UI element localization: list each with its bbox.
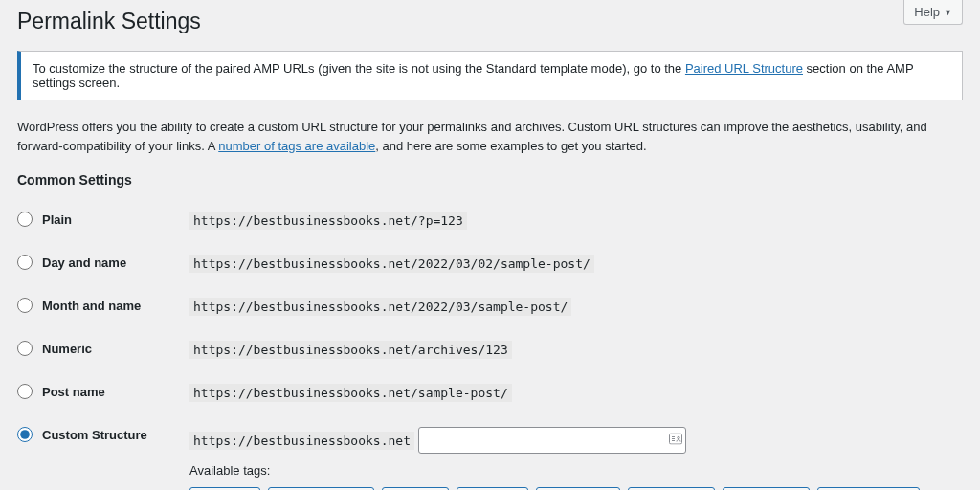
code-numeric: https://bestbusinessbooks.net/archives/1… (189, 341, 512, 359)
option-row-custom: Custom Structure https://bestbusinessboo… (17, 414, 963, 490)
label-postname: Post name (42, 385, 105, 399)
page-wrap: Help ▼ Permalink Settings To customize t… (0, 0, 980, 490)
common-settings-heading: Common Settings (17, 172, 963, 188)
intro-link[interactable]: number of tags are available (218, 139, 375, 153)
custom-prefix: https://bestbusinessbooks.net (189, 432, 414, 450)
label-day: Day and name (42, 256, 126, 270)
radio-month[interactable] (17, 298, 33, 313)
radio-custom[interactable] (17, 427, 33, 442)
radio-plain[interactable] (17, 212, 33, 227)
code-day: https://bestbusinessbooks.net/2022/03/02… (189, 255, 594, 273)
option-row-postname: Post name https://bestbusinessbooks.net/… (17, 371, 963, 414)
code-postname: https://bestbusinessbooks.net/sample-pos… (189, 384, 512, 402)
option-row-plain: Plain https://bestbusinessbooks.net/?p=1… (17, 199, 963, 242)
radio-day[interactable] (17, 255, 33, 270)
notice-link[interactable]: Paired URL Structure (685, 61, 803, 76)
available-tags-label: Available tags: (189, 463, 963, 478)
label-numeric: Numeric (42, 342, 92, 356)
intro-post: , and here are some examples to get you … (375, 139, 646, 153)
label-plain: Plain (42, 212, 72, 227)
help-label: Help (914, 5, 940, 19)
page-title: Permalink Settings (17, 0, 963, 46)
option-row-day: Day and name https://bestbusinessbooks.n… (17, 242, 963, 285)
amp-notice: To customize the structure of the paired… (17, 51, 963, 100)
label-month: Month and name (42, 299, 141, 313)
help-tab[interactable]: Help ▼ (903, 0, 963, 25)
radio-postname[interactable] (17, 384, 33, 399)
settings-table: Plain https://bestbusinessbooks.net/?p=1… (17, 199, 963, 490)
option-row-month: Month and name https://bestbusinessbooks… (17, 285, 963, 328)
intro-text: WordPress offers you the ability to crea… (17, 118, 963, 155)
option-row-numeric: Numeric https://bestbusinessbooks.net/ar… (17, 328, 963, 371)
code-month: https://bestbusinessbooks.net/2022/03/sa… (189, 298, 571, 316)
custom-structure-input[interactable] (418, 427, 686, 454)
code-plain: https://bestbusinessbooks.net/?p=123 (189, 212, 467, 230)
chevron-down-icon: ▼ (944, 8, 952, 17)
label-custom: Custom Structure (42, 428, 147, 442)
notice-text-pre: To customize the structure of the paired… (33, 61, 685, 76)
radio-numeric[interactable] (17, 341, 33, 356)
